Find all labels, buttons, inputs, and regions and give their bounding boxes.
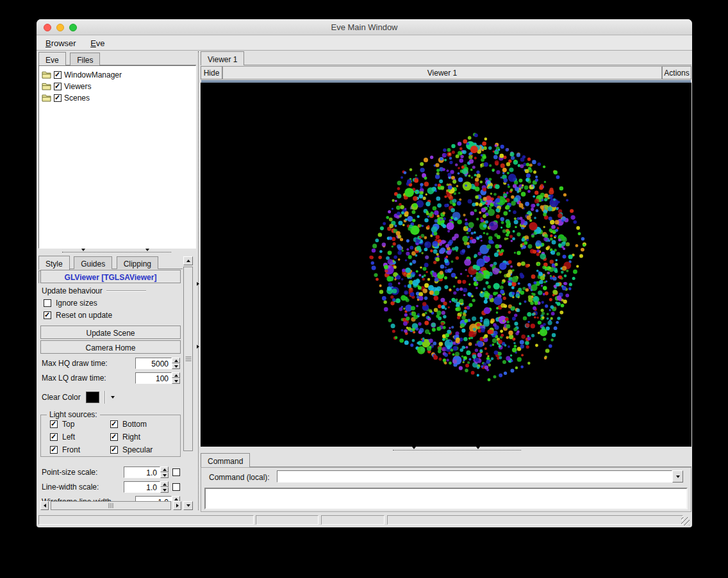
status-segment [321,515,385,525]
tree-item-label: Scenes [64,94,90,103]
vscrollbar-thumb[interactable] [183,267,193,451]
tab-style[interactable]: Style [38,256,70,270]
eve-tree-panel: WindowManager Viewers Scenes [38,65,196,249]
clear-color-label: Clear Color [42,393,81,402]
light-front-checkbox[interactable] [50,446,58,454]
ignore-sizes-label: Ignore sizes [56,299,97,308]
spin-up-button[interactable] [160,481,169,487]
max-hq-draw-time-label: Max HQ draw time: [42,359,108,368]
style-panel-hscrollbar[interactable] [40,501,181,510]
tab-clipping[interactable]: Clipping [117,256,158,269]
scrollbar-grip-icon [109,503,113,508]
spin-down-button[interactable] [160,472,169,478]
menu-browser[interactable]: Browser [40,36,82,50]
status-segment [387,515,683,525]
light-specular-label: Specular [122,445,153,454]
max-lq-draw-time-spinner: 100 [135,372,180,384]
line-width-scale-checkbox[interactable] [172,483,180,491]
tab-files[interactable]: Files [70,53,100,65]
point-size-scale-checkbox[interactable] [172,468,180,476]
separator-line [104,391,106,404]
light-sources-title: Light sources: [47,410,100,419]
tree-checkbox[interactable] [54,71,62,79]
scroll-up-button[interactable] [183,256,193,265]
update-scene-button[interactable]: Update Scene [40,326,181,339]
style-tab-row: Style Guides Clipping Extras [38,255,183,269]
spin-down-button[interactable] [160,487,169,493]
tab-command[interactable]: Command [201,453,250,467]
resize-grip-icon[interactable] [681,517,690,525]
splitter-arrow-icon [81,249,85,251]
tab-viewer-1[interactable]: Viewer 1 [201,51,244,65]
left-tab-row: Eve Files [38,51,196,65]
menu-eve[interactable]: Eve [85,36,110,50]
command-horizontal-splitter[interactable] [393,450,521,450]
camera-home-button[interactable]: Camera Home [40,340,181,354]
command-dropdown-button[interactable] [672,470,683,483]
wireframe-line-width-value[interactable]: 1.0 [135,496,172,501]
spin-up-button[interactable] [172,496,180,501]
spin-down-button[interactable] [172,378,180,384]
command-input[interactable] [277,470,672,483]
hscrollbar-thumb[interactable] [51,501,171,510]
splitter-arrow-icon [412,447,416,449]
max-hq-draw-time-spinner: 5000 [135,358,180,369]
spin-down-button[interactable] [172,363,180,369]
splitter-arrow-icon [197,345,199,349]
tree-checkbox[interactable] [54,83,62,90]
line-width-scale-label: Line-width scale: [42,483,99,491]
tree-item-label: Viewers [64,82,91,91]
tree-item-viewers[interactable]: Viewers [42,81,193,92]
folder-icon [42,71,51,79]
status-bar [37,513,691,527]
scroll-down-button[interactable] [183,501,193,510]
glviewer-header-button[interactable]: GLViewer [TGLSAViewer] [40,270,181,283]
max-lq-draw-time-label: Max LQ draw time: [42,374,106,383]
window-title: Eve Main Window [37,22,692,32]
scroll-right-button[interactable] [173,501,181,510]
clear-color-dropdown-arrow-icon[interactable] [111,396,115,399]
light-sources-group: Light sources: Top Bottom Left Right Fro… [40,415,181,457]
light-bottom-label: Bottom [122,420,147,429]
reset-on-update-checkbox[interactable] [44,311,51,319]
viewer-tab-row: Viewer 1 [201,51,691,65]
point-size-scale-value[interactable]: 1.0 [124,467,160,478]
main-vertical-splitter[interactable] [196,51,201,510]
command-panel: Command (local): [201,467,691,512]
light-bottom-checkbox[interactable] [110,420,118,428]
style-panel-vscrollbar[interactable] [183,256,193,510]
light-right-checkbox[interactable] [110,433,118,441]
folder-icon [42,94,51,102]
tree-item-scenes[interactable]: Scenes [42,92,193,104]
light-specular-checkbox[interactable] [110,446,118,454]
tree-item-windowmanager[interactable]: WindowManager [42,69,193,81]
clear-color-swatch[interactable] [86,392,99,403]
style-panel: GLViewer [TGLSAViewer] Update behaviour … [38,269,183,501]
status-segment [256,515,318,525]
line-width-scale-value[interactable]: 1.0 [124,481,160,493]
status-segment [38,515,254,525]
light-right-label: Right [122,433,140,442]
command-history-area[interactable] [204,488,688,509]
hide-viewer-button[interactable]: Hide [201,66,222,79]
tree-item-label: WindowManager [64,70,122,79]
tab-guides[interactable]: Guides [74,256,112,269]
viewer-actions-menu-button[interactable]: Actions [662,66,691,79]
spin-up-button[interactable] [160,467,169,472]
tree-checkbox[interactable] [54,94,62,102]
viewer-canvas[interactable] [201,83,691,447]
light-left-checkbox[interactable] [50,433,58,441]
spin-up-button[interactable] [172,358,180,363]
max-hq-draw-time-value[interactable]: 5000 [135,358,172,369]
spin-up-button[interactable] [172,372,180,378]
command-local-label: Command (local): [209,473,270,482]
scroll-left-button[interactable] [40,501,49,510]
light-top-checkbox[interactable] [50,420,58,428]
viewer-header-bar: Hide Viewer 1 Actions [201,66,691,79]
left-horizontal-splitter[interactable] [62,252,171,252]
tab-eve[interactable]: Eve [38,52,66,66]
max-lq-draw-time-value[interactable]: 100 [135,372,172,384]
wireframe-line-width-spinner: 1.0 [135,496,180,501]
point-size-scale-spinner: 1.0 [124,467,169,478]
ignore-sizes-checkbox[interactable] [44,299,51,307]
